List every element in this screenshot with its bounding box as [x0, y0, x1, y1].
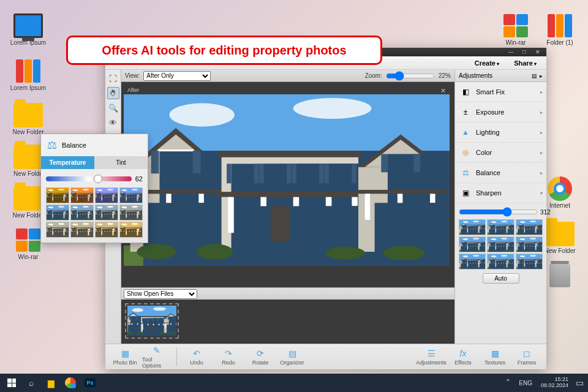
panel-menu-icon[interactable]: ▤ — [532, 73, 537, 79]
sharpen-icon: ▣ — [459, 187, 472, 199]
view-mode-select[interactable]: After Only — [143, 71, 211, 81]
ps-icon: Ps — [85, 379, 95, 387]
preset-thumb[interactable] — [516, 254, 543, 270]
tab-temperature[interactable]: Temperature — [41, 156, 94, 169]
icon-label: Win-rar — [497, 39, 534, 46]
desktop-icon-folder[interactable]: New Folder — [10, 103, 47, 135]
organizer-button[interactable]: ▤Organizer — [277, 349, 307, 366]
auto-button[interactable]: Auto — [483, 273, 519, 284]
panel-collapse-icon[interactable]: ▸ — [540, 73, 543, 79]
winrar-icon — [503, 14, 528, 37]
canvas-area: View: After Only Zoom: 22% After ✕ Show … — [121, 70, 454, 344]
open-files-select[interactable]: Show Open Files — [124, 289, 197, 299]
preset-thumb[interactable] — [459, 236, 486, 252]
chrome-taskbar-button[interactable] — [61, 374, 80, 392]
editor-window: — □ ✕ Create Share ⛶ 🔍 👁 View: After Onl… — [105, 48, 546, 369]
frames-tab-button[interactable]: ◻Frames — [512, 349, 541, 366]
monitor-icon — [13, 13, 43, 38]
preset-thumb[interactable] — [119, 187, 143, 203]
balance-icon: ⚖ — [459, 167, 472, 179]
adjustment-smart-fix[interactable]: ◧Smart Fix▸ — [455, 82, 546, 102]
folder-icon — [13, 145, 43, 169]
desktop-icon-monitor[interactable]: Lorem Ipsum — [10, 13, 47, 46]
tooloptions-icon: ✎ — [153, 345, 160, 355]
preset-thumb[interactable] — [95, 205, 118, 221]
slider-knob[interactable] — [94, 175, 102, 183]
preset-thumb[interactable] — [95, 187, 118, 203]
preset-thumb[interactable] — [516, 219, 543, 235]
preset-thumb[interactable] — [46, 187, 69, 203]
icon-label: New Folder — [541, 247, 578, 254]
redo-button[interactable]: ↷Redo — [214, 349, 243, 366]
desktop-icon-chrome[interactable]: Internet — [541, 176, 578, 209]
sharpen-slider[interactable] — [459, 207, 538, 217]
start-button[interactable] — [2, 374, 21, 392]
language-indicator[interactable]: ENG — [515, 380, 536, 386]
photobin-icon: ▦ — [121, 349, 129, 358]
image-canvas[interactable]: After ✕ — [121, 82, 454, 266]
preset-thumb[interactable] — [459, 219, 486, 235]
taskbar: ⌕ ▆ Ps ˄ ENG 15:21 08.02.2024 ▭ — [0, 374, 588, 392]
chrome-icon — [65, 377, 76, 388]
tray-expand[interactable]: ˄ — [502, 374, 514, 392]
explorer-button[interactable]: ▆ — [42, 374, 60, 392]
adjustment-balance[interactable]: ⚖Balance▸ — [455, 163, 546, 183]
preset-thumb[interactable] — [119, 222, 143, 238]
balance-preset-grid — [46, 187, 143, 238]
rotate-icon: ⟳ — [257, 349, 264, 358]
share-menu[interactable]: Share — [509, 58, 541, 68]
adjustment-exposure[interactable]: ±Exposure▸ — [455, 102, 546, 123]
photo-bin-thumb[interactable] — [125, 303, 179, 339]
preset-thumb[interactable] — [70, 187, 94, 203]
preset-thumb[interactable] — [487, 219, 514, 235]
preset-thumb[interactable] — [95, 222, 118, 238]
preset-thumb[interactable] — [119, 205, 143, 221]
adjustment-color[interactable]: ◎Color▸ — [455, 143, 546, 163]
adjustment-lighting[interactable]: ▲Lighting▸ — [455, 123, 546, 143]
temperature-slider[interactable] — [46, 176, 132, 181]
preset-thumb[interactable] — [46, 222, 69, 238]
zoom-label: Zoom: — [365, 72, 382, 79]
taskbar-clock[interactable]: 15:21 08.02.2024 — [537, 377, 572, 389]
adjustments-tab-button[interactable]: ☰Adjustments — [417, 349, 446, 366]
preset-thumb[interactable] — [46, 205, 69, 221]
undo-button[interactable]: ↶Undo — [182, 349, 211, 366]
zoom-tool-icon[interactable]: 🔍 — [107, 102, 119, 114]
rotate-button[interactable]: ⟳Rotate — [246, 349, 275, 366]
zoom-slider[interactable] — [386, 71, 435, 81]
effects-tab-button[interactable]: fxEffects — [448, 349, 478, 366]
photo-bin-button[interactable]: ▦Photo Bin — [110, 349, 140, 366]
hand-tool-icon[interactable] — [107, 87, 119, 99]
notifications-button[interactable]: ▭ — [573, 374, 586, 392]
tool-options-button[interactable]: ✎Tool Options — [142, 345, 172, 369]
textures-tab-button[interactable]: ▩Textures — [480, 349, 510, 366]
preset-thumb[interactable] — [70, 205, 94, 221]
close-button[interactable]: ✕ — [533, 49, 543, 55]
create-menu[interactable]: Create — [470, 58, 504, 68]
winrar-icon — [16, 228, 40, 252]
desktop-icon-binders[interactable]: Lorem Ipsum — [10, 59, 47, 91]
maximize-button[interactable]: □ — [519, 49, 529, 55]
desktop-icon-folder[interactable]: New Folder — [541, 222, 578, 254]
tab-tint[interactable]: Tint — [94, 156, 148, 169]
desktop-icon-trash[interactable] — [541, 263, 578, 289]
desktop-icon-binders[interactable]: Folder (1) — [541, 13, 578, 46]
adjustment-sharpen[interactable]: ▣Sharpen▾ — [455, 183, 546, 203]
preset-thumb[interactable] — [487, 254, 514, 270]
search-button[interactable]: ⌕ — [22, 374, 40, 392]
close-image-icon[interactable]: ✕ — [440, 87, 446, 95]
expand-tool-icon[interactable]: ⛶ — [107, 72, 119, 85]
preset-thumb[interactable] — [487, 236, 514, 252]
photoshop-taskbar-button[interactable]: Ps — [81, 374, 99, 392]
preset-thumb[interactable] — [70, 222, 94, 238]
preset-thumb[interactable] — [516, 236, 543, 252]
redo-icon: ↷ — [225, 349, 232, 358]
desktop-icon-winrar[interactable]: Win-rar — [497, 13, 534, 46]
eye-tool-icon[interactable]: 👁 — [107, 116, 119, 129]
undo-icon: ↶ — [193, 349, 200, 358]
preset-thumb[interactable] — [459, 254, 486, 270]
photo-bin — [121, 300, 454, 344]
annotation-callout: Offers AI tools for editing property pho… — [66, 36, 382, 65]
open-files-bar: Show Open Files — [121, 287, 454, 300]
minimize-button[interactable]: — — [506, 49, 516, 55]
